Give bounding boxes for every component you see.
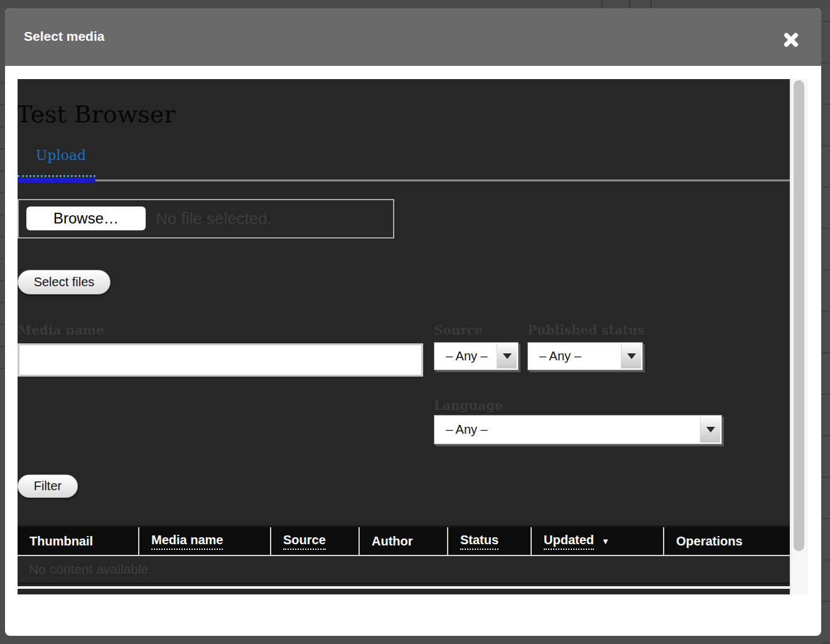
column-header-operations: Operations [664, 527, 790, 555]
results-table: Thumbnail Media name Source Author Statu… [18, 525, 790, 584]
background-right-strip: y T [821, 8, 830, 644]
sort-desc-icon: ▼ [601, 537, 610, 546]
sort-link[interactable]: Updated [544, 533, 594, 550]
sort-link[interactable]: Status [460, 533, 499, 550]
background-divider [601, 0, 603, 8]
close-button[interactable] [781, 30, 801, 50]
panel-scrollbar-track[interactable] [790, 79, 807, 594]
column-header-author: Author [360, 527, 448, 555]
browser-heading: Test Browser [18, 100, 175, 128]
filter-button[interactable]: Filter [18, 475, 78, 498]
select-media-dialog: Select media Test Browser Upload Browse…… [5, 8, 821, 636]
dropdown-arrow-icon [700, 417, 720, 443]
tabs-divider [95, 180, 790, 181]
dialog-titlebar: Select media [5, 8, 821, 66]
panel-scrollbar-thumb[interactable] [794, 80, 804, 551]
tab-upload[interactable]: Upload [36, 148, 86, 163]
column-label: Author [372, 534, 413, 549]
results-table-header: Thumbnail Media name Source Author Statu… [18, 527, 790, 556]
table-empty-row: No content available. [18, 556, 790, 584]
column-header-source: Source [271, 527, 360, 555]
empty-message: No content available. [29, 562, 152, 577]
language-label: Language [434, 398, 503, 413]
dropdown-arrow-icon [497, 344, 517, 368]
file-upload-field[interactable]: Browse… No file selected. [18, 199, 394, 239]
column-header-status: Status [448, 527, 532, 555]
column-label: Operations [676, 534, 743, 549]
screen: y T Select media Test Browser Upload Bro… [0, 0, 830, 644]
background-divider [650, 0, 652, 8]
dropdown-arrow-icon [621, 344, 641, 368]
column-header-updated: Updated ▼ [532, 527, 664, 555]
file-status-text: No file selected. [156, 209, 272, 228]
sort-link[interactable]: Source [283, 533, 326, 550]
column-header-media-name: Media name [139, 527, 271, 555]
source-select[interactable]: – Any – [434, 342, 519, 370]
media-name-label: Media name [18, 323, 104, 338]
media-browser-panel: Test Browser Upload Browse… No file sele… [18, 79, 790, 586]
select-files-button[interactable]: Select files [18, 270, 110, 294]
active-tab-indicator [18, 178, 95, 183]
language-select[interactable]: – Any – [434, 415, 722, 444]
background-top-strip [0, 0, 830, 8]
dialog-title: Select media [24, 29, 104, 44]
column-header-thumbnail: Thumbnail [18, 527, 139, 555]
column-label: Thumbnail [30, 534, 93, 549]
published-status-label: Published status [527, 323, 645, 338]
published-status-select[interactable]: – Any – [527, 342, 643, 370]
media-name-input[interactable] [18, 343, 423, 377]
language-selected-value: – Any – [434, 422, 699, 437]
browse-button[interactable]: Browse… [26, 207, 146, 230]
background-left-strip [0, 8, 5, 644]
sort-link[interactable]: Media name [151, 533, 223, 550]
background-divider [629, 0, 630, 8]
source-selected-value: – Any – [434, 349, 495, 363]
source-label: Source [434, 323, 483, 338]
panel-footer-bar [18, 589, 790, 594]
background-row-lines [0, 82, 5, 371]
active-tab-focus-outline [18, 175, 95, 177]
published-status-selected-value: – Any – [528, 349, 620, 363]
